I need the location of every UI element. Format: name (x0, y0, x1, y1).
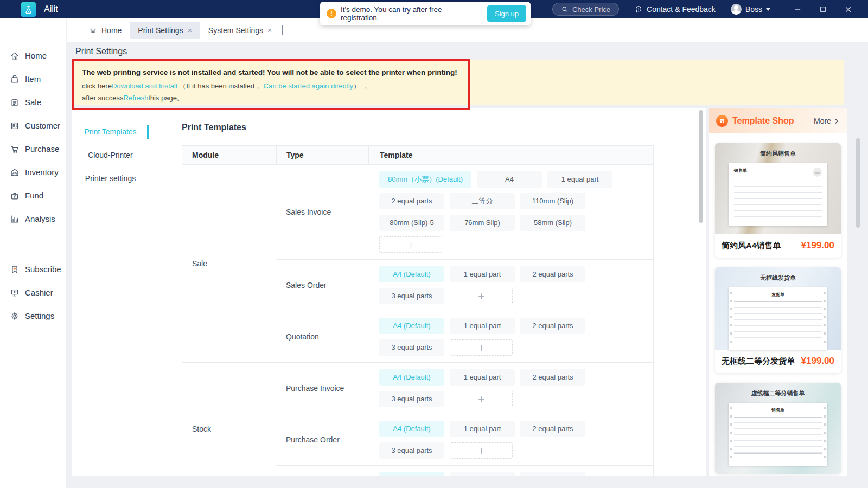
template-chip[interactable]: 2 equal parts (520, 369, 585, 386)
notice-text: this page。 (148, 94, 184, 102)
tractor-holes-right (824, 292, 826, 346)
minimize-button[interactable] (794, 6, 801, 13)
notice-text: click here (82, 82, 112, 90)
template-name: 简约风A4销售单 (722, 240, 797, 251)
type-cell: Purchase Order (276, 414, 368, 465)
close-window-button[interactable] (845, 6, 852, 13)
sidebar-item-customer[interactable]: Customer (10, 114, 66, 137)
table-row: Sales OrderA4 (Default)1 equal part2 equ… (276, 259, 653, 311)
template-chip[interactable]: 1 equal part (450, 369, 515, 386)
tab-home[interactable]: Home (81, 22, 130, 39)
feedback-icon (634, 5, 643, 14)
shop-more-link[interactable]: More (814, 117, 840, 125)
text-cursor (282, 25, 283, 35)
template-chip[interactable]: 110mm (Slip) (520, 193, 585, 209)
subnav-item-cloud-printer[interactable]: Cloud-Printer (72, 144, 149, 167)
sidebar-item-fund[interactable]: Fund (10, 184, 66, 207)
sidebar-item-sale[interactable]: Sale (10, 91, 66, 114)
sidebar-item-analysis[interactable]: Analysis (10, 207, 66, 230)
template-chip[interactable]: 1 equal part (547, 171, 612, 188)
close-tab-icon[interactable]: × (267, 27, 272, 34)
template-chip[interactable]: A4 (Default) (379, 318, 444, 334)
add-template-button[interactable] (379, 236, 442, 253)
main-scrollbar-thumb[interactable] (699, 110, 703, 223)
sidebar-item-home[interactable]: Home (10, 44, 66, 67)
template-chip[interactable]: A4 (477, 171, 542, 188)
template-chip[interactable]: A4 (Default) (379, 266, 444, 282)
template-chip[interactable]: A4 (Default) (379, 369, 444, 386)
type-label: Quotation (286, 332, 319, 341)
user-menu[interactable]: Boss (731, 4, 770, 15)
sidebar-item-label: Subscribe (25, 265, 61, 274)
template-chip[interactable]: A4 (Default) (379, 472, 444, 476)
template-card[interactable]: 简约风销售单销售单logo简约风A4销售单¥199.00 (715, 143, 841, 258)
template-cell: A4 (Default)1 equal part2 equal parts3 e… (368, 363, 653, 414)
sidebar-item-cashier[interactable]: Cashier (10, 281, 66, 304)
signup-button[interactable]: Sign up (487, 5, 526, 22)
app-logo[interactable] (21, 2, 36, 17)
template-chip[interactable]: 2 equal parts (379, 193, 444, 209)
subnav-item-print-templates[interactable]: Print Templates (72, 120, 149, 144)
sidebar-item-settings[interactable]: Settings (10, 304, 66, 328)
sidebar-item-inventory[interactable]: Inventory (10, 160, 66, 184)
maximize-button[interactable] (820, 6, 826, 12)
template-chip[interactable]: A4 (Default) (379, 421, 444, 437)
template-chip[interactable]: 1 equal part (450, 421, 515, 437)
home-icon (10, 51, 20, 61)
sidebar-item-item[interactable]: Item (10, 67, 66, 91)
check-price-button[interactable]: Check Price (552, 3, 619, 16)
sidebar-item-subscribe[interactable]: Subscribe (10, 258, 66, 281)
template-chip[interactable]: 3 equal parts (379, 442, 444, 459)
notice-link[interactable]: Refresh (124, 94, 149, 102)
contact-feedback-button[interactable]: Contact & Feedback (634, 5, 716, 14)
tab-print-settings[interactable]: Print Settings× (130, 22, 200, 39)
template-chip[interactable]: 2 equal parts (520, 472, 585, 476)
add-template-button[interactable] (450, 288, 513, 304)
template-chip[interactable]: 三等分 (450, 193, 515, 209)
contact-feedback-label: Contact & Feedback (647, 5, 716, 14)
template-chip[interactable]: 80mm (Slip)-5 (379, 215, 444, 231)
table-row: Purchase InvoiceA4 (Default)1 equal part… (276, 363, 653, 414)
template-chip[interactable]: 2 equal parts (520, 421, 585, 437)
template-chip[interactable]: 2 equal parts (520, 318, 585, 334)
template-price: ¥199.00 (801, 355, 834, 367)
home-icon (89, 26, 97, 34)
invoice-sheet: 销售单logo (729, 163, 827, 226)
tractor-holes-right (824, 407, 826, 461)
add-template-button[interactable] (450, 442, 513, 459)
chip-list: A4 (Default)1 equal part2 equal parts3 e… (379, 266, 650, 304)
template-chip[interactable]: 76mm Slip) (450, 215, 515, 231)
sheet-header: 销售单 (734, 407, 822, 413)
type-label: Purchase Invoice (286, 384, 344, 393)
preview-title: 简约风销售单 (715, 150, 841, 158)
template-chip[interactable]: 1 equal part (450, 266, 515, 282)
tab-label: Home (101, 26, 122, 35)
template-chip[interactable]: 58mm (Slip) (520, 215, 585, 231)
preview-title: 无框线发货单 (715, 274, 841, 282)
panel-heading: Print Templates (182, 123, 706, 132)
template-chip[interactable]: 3 equal parts (379, 391, 444, 407)
template-chip[interactable]: 1 equal part (450, 318, 515, 334)
tab-system-settings[interactable]: System Settings× (200, 22, 280, 39)
sidebar-item-purchase[interactable]: Purchase (10, 137, 66, 160)
add-template-button[interactable] (450, 391, 513, 407)
template-chip[interactable]: 3 equal parts (379, 339, 444, 356)
notice-link[interactable]: Download and Install (112, 82, 177, 90)
add-template-button[interactable] (450, 339, 513, 356)
subnav-item-printer-settings[interactable]: Printer settings (72, 167, 149, 190)
shop-scrollbar-thumb[interactable] (856, 138, 860, 228)
module-cell: Sale (182, 165, 276, 362)
template-card[interactable]: 无框线发货单发货单无框线二等分发货单¥199.00 (715, 267, 841, 373)
item-icon (10, 74, 20, 84)
template-chip[interactable]: 80mm（小票）(Default) (379, 171, 471, 188)
close-tab-icon[interactable]: × (188, 27, 192, 34)
template-card-list: 简约风销售单销售单logo简约风A4销售单¥199.00无框线发货单发货单无框线… (709, 143, 847, 474)
notice-link[interactable]: Can be started again directly (264, 82, 353, 90)
template-cell: 80mm（小票）(Default)A41 equal part2 equal p… (368, 165, 653, 259)
demo-banner-text: It's demo. You can try after free regist… (341, 5, 482, 22)
template-chip[interactable]: 3 equal parts (379, 288, 444, 304)
template-chip[interactable]: 2 equal parts (520, 266, 585, 282)
tab-label: System Settings (208, 26, 263, 35)
template-chip[interactable]: 1 equal part (450, 472, 515, 476)
template-card[interactable]: 虚线框二等分销售单销售单 (715, 383, 841, 474)
